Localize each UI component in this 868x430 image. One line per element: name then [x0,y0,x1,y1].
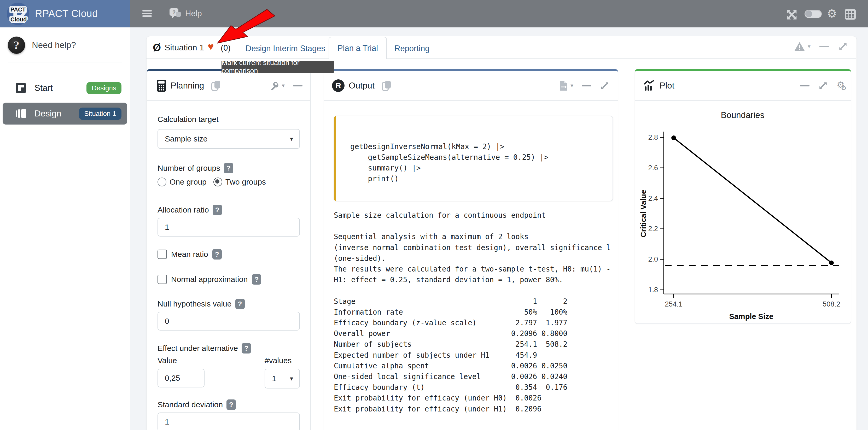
help-chat-icon: ? [168,7,182,20]
svg-text:Critical Value: Critical Value [639,190,648,237]
situation-header: Ø Situation 1 [153,42,204,54]
r-logo-icon: R [332,79,344,92]
svg-text:508.2: 508.2 [823,300,840,308]
collapse-card-button[interactable] [819,46,829,47]
standard-deviation-input[interactable] [157,412,300,430]
r-code-block[interactable]: getDesignInverseNormal(kMax = 2) |> getS… [334,116,613,201]
dark-mode-toggle[interactable] [805,10,822,18]
svg-text:2.6: 2.6 [648,164,658,172]
svg-text:?: ? [173,9,176,15]
designs-badge: Designs [87,82,121,94]
logo-text-2: Cloud [9,16,28,23]
svg-text:2.8: 2.8 [648,133,658,141]
warnings-dropdown[interactable]: ▾ [794,41,810,52]
help-badge-icon[interactable]: ? [252,274,261,285]
boundaries-chart: Boundaries1.82.02.22.42.62.8254.1508.2Sa… [635,103,850,322]
app-title: RPACT Cloud [35,8,98,19]
radio-one-group[interactable] [157,177,166,187]
wrench-icon [270,81,279,90]
plot-settings-gears-icon[interactable]: ⚙⚙ [837,79,843,92]
calculation-target-select[interactable]: Sample size ▾ [157,129,300,149]
sidebar-item-design[interactable]: Design Situation 1 [3,103,127,125]
help-badge-icon[interactable]: ? [212,249,222,260]
tab-plan-a-trial[interactable]: Plan a Trial [329,37,387,59]
svg-text:1.8: 1.8 [648,286,658,294]
sidebar-toggle-hamburger-icon[interactable] [142,9,152,18]
planning-tools-dropdown[interactable]: ▾ [270,81,285,90]
svg-text:Sample Size: Sample Size [729,312,773,321]
plot-panel-header: Plot ⚙⚙ [635,71,851,101]
svg-text:2.4: 2.4 [648,195,658,202]
r-output-text: Sample size calculation for a continuous… [334,210,610,414]
collapse-plot-button[interactable] [800,85,809,87]
sidebar-start-label: Start [34,83,53,93]
top-header-bar [0,0,868,27]
allocation-ratio-input[interactable] [157,218,300,236]
nvalues-select[interactable]: 1 ▾ [265,369,300,389]
left-sidebar: ? Need help? Start Designs Design Situat… [0,27,130,430]
situation-label: Situation 1 [164,43,204,53]
empty-set-icon: Ø [153,42,161,54]
svg-text:254.1: 254.1 [665,300,683,308]
sidebar-item-start[interactable]: Start Designs [3,77,127,99]
need-help-label: Need help? [32,40,76,50]
expand-plot-icon[interactable] [818,80,828,91]
help-badge-icon[interactable]: ? [213,205,222,215]
brand-area[interactable]: R PACT Cloud RPACT Cloud [0,0,130,27]
normal-approximation-checkbox[interactable] [157,275,167,284]
need-help-link[interactable]: ? Need help? [8,37,76,54]
collapse-planning-button[interactable] [293,85,303,87]
effect-under-alternative-label: Effect under alternative ? [157,343,251,354]
logo-text-1: PACT [9,6,27,13]
svg-text:Boundaries: Boundaries [721,110,765,120]
start-flipboard-icon [15,82,27,94]
expand-card-icon[interactable] [838,41,848,52]
output-panel: R Output ▾ [324,69,618,430]
question-mark-icon: ? [8,37,25,54]
null-hypothesis-input[interactable] [157,312,300,331]
r-output-block: Sample size calculation for a continuous… [334,210,610,430]
caret-down-icon: ▾ [290,375,293,382]
effect-value-input[interactable] [157,369,205,388]
null-hypothesis-label: Null hypothesis value ? [157,299,245,309]
favorite-count[interactable]: (0) [221,43,231,53]
help-badge-icon[interactable]: ? [242,343,251,354]
settings-gear-icon[interactable]: ⚙ [827,8,837,19]
planning-panel-header: Planning ▾ [147,71,310,101]
help-badge-icon[interactable]: ? [235,299,245,309]
copy-icon[interactable] [211,80,221,91]
number-of-groups-label: Number of groups ? [157,163,233,173]
tab-reporting[interactable]: Reporting [395,44,429,53]
radio-two-groups[interactable] [213,177,222,187]
heart-tooltip: Mark current situation for comparison [221,61,334,73]
help-label: Help [185,9,202,18]
design-columns-icon [15,108,27,119]
svg-text:2.2: 2.2 [648,225,658,233]
expand-output-icon[interactable] [599,80,610,91]
copy-icon[interactable] [381,80,392,91]
sidebar-divider [8,62,122,62]
standard-deviation-label: Standard deviation ? [157,399,236,410]
warning-triangle-icon [794,41,805,52]
help-badge-icon[interactable]: ? [224,163,233,173]
number-of-groups-radios: One group Two groups [157,177,266,187]
rpact-logo-icon: R PACT Cloud [7,3,29,25]
tab-design-interim-stages[interactable]: Design Interim Stages [246,44,325,53]
sidebar-design-label: Design [34,109,61,119]
chart-icon [643,79,655,92]
output-title: Output [349,81,375,91]
help-badge-icon[interactable]: ? [226,399,236,410]
mean-ratio-row: Mean ratio ? [157,249,222,260]
plot-title: Plot [659,81,675,91]
grid-table-icon[interactable] [844,9,856,20]
r-code-text: getDesignInverseNormal(kMax = 2) |> getS… [350,141,613,184]
export-dropdown[interactable]: ▾ [559,80,574,91]
collapse-output-button[interactable] [582,85,591,87]
planning-title: Planning [170,81,204,91]
normal-approximation-row: Normal approximation ? [157,274,261,285]
calculator-icon [156,79,166,92]
favorite-heart-icon[interactable]: ♥ [208,41,214,52]
mean-ratio-checkbox[interactable] [157,250,167,259]
help-menu[interactable]: ? Help [168,7,202,20]
fullscreen-arrows-icon[interactable] [786,9,797,20]
